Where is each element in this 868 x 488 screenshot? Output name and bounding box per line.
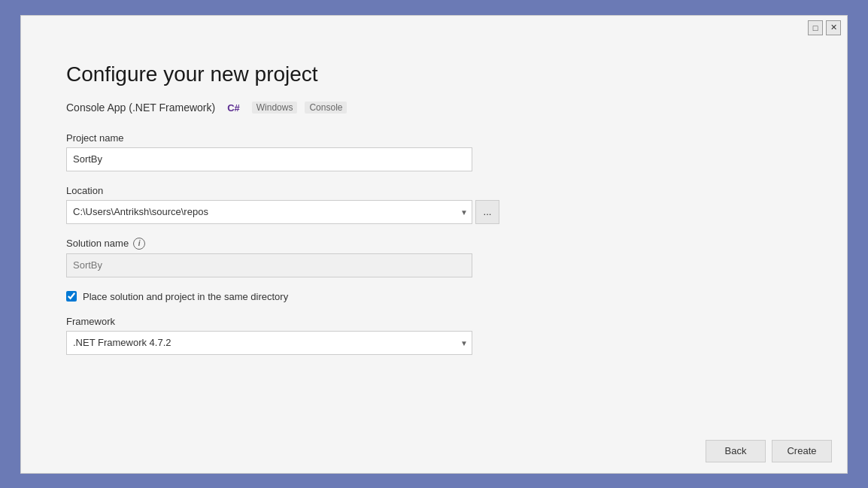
create-button[interactable]: Create — [772, 440, 832, 462]
browse-button[interactable]: ... — [475, 200, 499, 224]
location-row: C:\Users\Antriksh\source\repos ▼ ... — [66, 200, 802, 224]
page-title: Configure your new project — [66, 62, 802, 86]
location-group: Location C:\Users\Antriksh\source\repos … — [66, 185, 802, 224]
main-content: Configure your new project Console App (… — [21, 40, 847, 429]
create-label: Create — [787, 445, 816, 456]
csharp-tag: C# — [223, 102, 244, 114]
project-type-label: Console App (.NET Framework) — [66, 102, 215, 114]
solution-name-group: Solution name i — [66, 238, 802, 277]
framework-select-wrapper: .NET Framework 4.7.2 ▼ — [66, 331, 472, 355]
framework-select[interactable]: .NET Framework 4.7.2 — [66, 331, 472, 355]
footer: Back Create — [21, 429, 847, 473]
location-label-text: Location — [66, 185, 103, 196]
framework-label-text: Framework — [66, 316, 115, 327]
solution-name-info-icon: i — [133, 238, 145, 250]
windows-tag: Windows — [252, 102, 298, 114]
framework-label: Framework — [66, 316, 802, 327]
main-window: □ ✕ Configure your new project Console A… — [20, 15, 848, 474]
solution-name-input[interactable] — [66, 253, 472, 277]
close-button[interactable]: ✕ — [826, 20, 841, 35]
title-bar: □ ✕ — [21, 16, 847, 40]
same-directory-label[interactable]: Place solution and project in the same d… — [83, 291, 288, 302]
subtitle-row: Console App (.NET Framework) C# Windows … — [66, 102, 802, 114]
back-label: Back — [725, 445, 747, 456]
location-select[interactable]: C:\Users\Antriksh\source\repos — [66, 200, 472, 224]
same-directory-checkbox-row: Place solution and project in the same d… — [66, 291, 802, 302]
project-name-label-text: Project name — [66, 132, 124, 144]
project-name-input[interactable] — [66, 147, 472, 171]
framework-group: Framework .NET Framework 4.7.2 ▼ — [66, 316, 802, 355]
project-name-label: Project name — [66, 132, 802, 144]
maximize-button[interactable]: □ — [808, 20, 823, 35]
project-name-group: Project name — [66, 132, 802, 171]
browse-icon: ... — [484, 206, 492, 217]
solution-name-label: Solution name i — [66, 238, 802, 250]
solution-name-label-text: Solution name — [66, 238, 129, 249]
location-label: Location — [66, 185, 802, 196]
back-button[interactable]: Back — [706, 440, 766, 462]
location-select-wrapper: C:\Users\Antriksh\source\repos ▼ — [66, 200, 472, 224]
console-tag: Console — [305, 102, 347, 114]
close-icon: ✕ — [830, 23, 837, 32]
same-directory-checkbox[interactable] — [66, 291, 77, 302]
maximize-icon: □ — [813, 23, 818, 32]
